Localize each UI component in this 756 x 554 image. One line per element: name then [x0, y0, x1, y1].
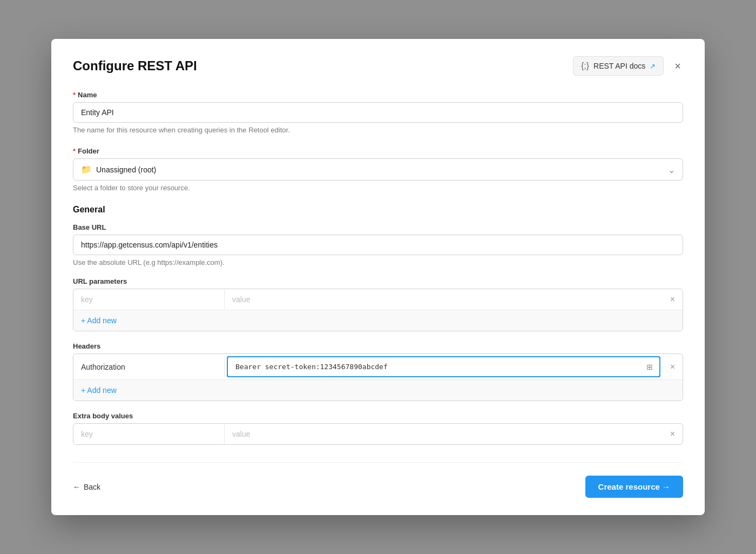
extra-body-key-input[interactable]	[73, 424, 224, 444]
api-icon: {;}	[581, 61, 589, 71]
modal-header: Configure REST API {;} REST API docs ↗ ×	[73, 56, 683, 76]
url-params-key-input[interactable]	[73, 290, 224, 309]
url-params-key-cell	[73, 290, 225, 309]
headers-subsection: Headers ⊞ × + Add new	[73, 342, 683, 401]
extra-body-container: ×	[73, 423, 683, 445]
headers-container: ⊞ × + Add new	[73, 353, 683, 401]
rest-api-docs-button[interactable]: {;} REST API docs ↗	[573, 56, 664, 76]
url-params-subsection: URL parameters × + Add new	[73, 277, 683, 331]
headers-add-new-button[interactable]: + Add new	[81, 386, 117, 395]
folder-field-section: * Folder 📁 Unassigned (root) Select a fo…	[73, 147, 683, 192]
folder-required-star: *	[73, 147, 76, 155]
back-arrow-icon: ←	[73, 483, 80, 491]
url-params-delete-button[interactable]: ×	[663, 289, 683, 310]
url-params-value-cell	[225, 290, 663, 309]
secret-toggle-icon[interactable]: ⊞	[646, 363, 653, 371]
create-resource-button[interactable]: Create resource →	[585, 476, 683, 498]
url-params-value-input[interactable]	[225, 290, 663, 309]
name-input[interactable]	[73, 102, 683, 123]
create-resource-label: Create resource →	[598, 482, 670, 491]
authorization-key-cell	[73, 357, 225, 377]
base-url-input[interactable]	[73, 235, 683, 255]
base-url-subsection: Base URL Use the absolute URL (e.g https…	[73, 223, 683, 266]
headers-add-row: + Add new	[73, 380, 683, 401]
authorization-value-input[interactable]	[228, 357, 659, 376]
name-required-star: *	[73, 91, 76, 99]
headers-label: Headers	[73, 342, 683, 350]
general-heading: General	[73, 205, 683, 215]
extra-body-label: Extra body values	[73, 412, 683, 420]
url-params-container: × + Add new	[73, 289, 683, 331]
url-params-row: ×	[73, 289, 683, 310]
close-button[interactable]: ×	[672, 58, 683, 75]
url-params-add-row: + Add new	[73, 310, 683, 331]
extra-body-value-cell	[225, 424, 663, 444]
name-field-section: * Name The name for this resource when c…	[73, 91, 683, 134]
name-hint: The name for this resource when creating…	[73, 126, 683, 134]
folder-hint: Select a folder to store your resource.	[73, 184, 683, 192]
extra-body-row: ×	[73, 424, 683, 444]
url-params-add-new-button[interactable]: + Add new	[81, 316, 117, 325]
url-params-label: URL parameters	[73, 277, 683, 285]
extra-body-delete-button[interactable]: ×	[663, 424, 683, 444]
general-section: General Base URL Use the absolute URL (e…	[73, 205, 683, 445]
base-url-label: Base URL	[73, 223, 683, 231]
extra-body-key-cell	[73, 424, 225, 444]
external-link-icon: ↗	[650, 62, 656, 70]
modal-header-actions: {;} REST API docs ↗ ×	[573, 56, 683, 76]
modal-overlay: Configure REST API {;} REST API docs ↗ ×…	[0, 0, 756, 554]
base-url-hint: Use the absolute URL (e.g https://exampl…	[73, 258, 683, 266]
back-button[interactable]: ← Back	[73, 483, 100, 491]
authorization-key-input[interactable]	[73, 357, 224, 377]
configure-rest-api-modal: Configure REST API {;} REST API docs ↗ ×…	[51, 39, 705, 515]
folder-select[interactable]: 📁 Unassigned (root)	[73, 158, 683, 181]
authorization-delete-button[interactable]: ×	[663, 357, 683, 377]
authorization-header-row: ⊞ ×	[73, 354, 683, 380]
authorization-value-wrapper: ⊞	[227, 356, 660, 377]
docs-button-label: REST API docs	[593, 62, 645, 70]
folder-label: * Folder	[73, 147, 683, 155]
folder-icon: 📁	[81, 164, 92, 175]
name-label: * Name	[73, 91, 683, 99]
modal-footer: ← Back Create resource →	[73, 462, 683, 498]
extra-body-subsection: Extra body values ×	[73, 412, 683, 445]
extra-body-value-input[interactable]	[225, 424, 663, 444]
folder-value: Unassigned (root)	[96, 165, 156, 174]
modal-title: Configure REST API	[73, 58, 197, 74]
back-label: Back	[84, 483, 100, 491]
close-icon: ×	[674, 60, 681, 72]
